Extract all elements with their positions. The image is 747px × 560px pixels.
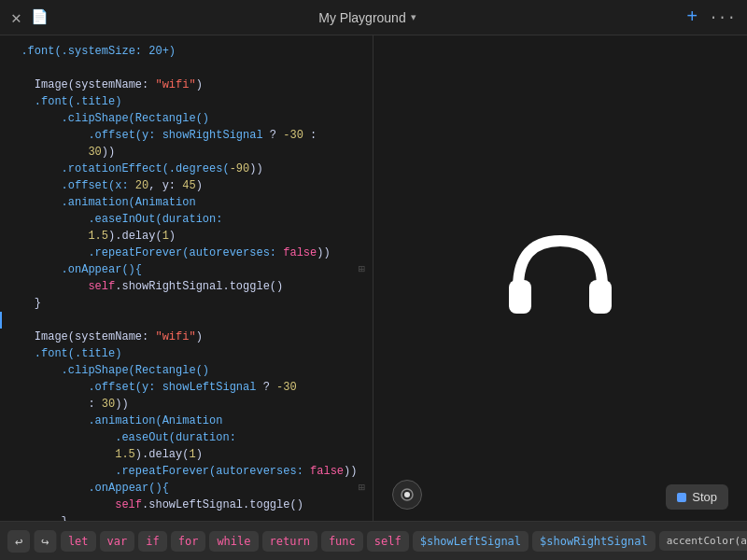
code-line: .offset(x: 20, y: 45) xyxy=(0,177,373,194)
code-line: self.showRightSignal.toggle() xyxy=(0,278,373,295)
code-line: } xyxy=(0,295,373,312)
stop-label: Stop xyxy=(692,490,717,504)
code-line: 30)) xyxy=(0,144,373,161)
for-button[interactable]: for xyxy=(171,531,206,552)
redo-button[interactable]: ↩ xyxy=(34,530,56,553)
self-button[interactable]: self xyxy=(367,531,409,552)
preview-panel: Stop xyxy=(374,35,747,521)
topbar-center[interactable]: My Playground ▾ xyxy=(318,10,416,25)
file-icon[interactable]: 📄 xyxy=(31,8,49,26)
let-button[interactable]: let xyxy=(61,531,96,552)
svg-point-3 xyxy=(404,492,410,497)
code-line: .rotationEffect(.degrees(-90)) xyxy=(0,161,373,177)
code-line: .easeInOut(duration: xyxy=(0,211,373,228)
code-line: .animation(Animation xyxy=(0,413,373,429)
while-button[interactable]: while xyxy=(209,531,258,552)
play-record-button[interactable] xyxy=(392,480,422,510)
showrightsignal-button[interactable]: $showRightSignal xyxy=(532,531,655,552)
code-line: .repeatForever(autoreverses: false)) xyxy=(0,463,373,480)
var-button[interactable]: var xyxy=(100,531,135,552)
accentcolor-button[interactable]: accentColor(accentColor: Color?) xyxy=(659,531,747,551)
chevron-down-icon: ▾ xyxy=(411,11,416,23)
func-button[interactable]: func xyxy=(321,531,363,552)
code-line: .clipShape(Rectangle() xyxy=(0,110,373,127)
if-button[interactable]: if xyxy=(138,531,166,552)
code-line: Image(systemName: "wifi") xyxy=(0,329,373,345)
code-line: .offset(y: showLeftSignal ? -30 xyxy=(0,379,373,396)
code-line: .onAppear(){ ⊞ xyxy=(0,261,373,278)
topbar: ✕ 📄 My Playground ▾ + ··· xyxy=(0,0,747,35)
code-line: : 30)) xyxy=(0,396,373,413)
playground-title: My Playground xyxy=(318,10,405,25)
code-line: Image(systemName: "wifi") xyxy=(0,77,373,93)
topbar-right: + ··· xyxy=(686,7,736,28)
code-line xyxy=(0,60,373,77)
code-line: .offset(y: showRightSignal ? -30 : xyxy=(0,127,373,144)
undo-button[interactable]: ↩ xyxy=(7,530,30,553)
main-area: .font(.systemSize: 20+) Image(systemName… xyxy=(0,35,747,521)
code-line: .clipShape(Rectangle() xyxy=(0,362,373,379)
bottom-toolbar: ↩ ↩ let var if for while return func sel… xyxy=(0,521,747,560)
active-code-line xyxy=(0,312,373,329)
stop-button[interactable]: Stop xyxy=(666,484,728,510)
code-line: .font(.title) xyxy=(0,345,373,362)
code-line: 1.5).delay(1) xyxy=(0,446,373,463)
code-line: .font(.systemSize: 20+) xyxy=(0,43,373,60)
svg-rect-1 xyxy=(589,280,612,314)
code-line: 1.5).delay(1) xyxy=(0,228,373,245)
return-button[interactable]: return xyxy=(262,531,317,552)
close-icon[interactable]: ✕ xyxy=(11,7,21,28)
code-line: .font(.title) xyxy=(0,93,373,110)
code-line: .animation(Animation xyxy=(0,194,373,211)
svg-rect-0 xyxy=(509,280,531,314)
headphones-icon xyxy=(504,231,616,325)
add-icon[interactable]: + xyxy=(686,7,698,28)
code-line: .repeatForever(autoreverses: false)) xyxy=(0,245,373,261)
showleftsignal-button[interactable]: $showLeftSignal xyxy=(413,531,529,552)
code-line: .onAppear(){ ⊞ xyxy=(0,480,373,497)
code-panel[interactable]: .font(.systemSize: 20+) Image(systemName… xyxy=(0,35,374,521)
topbar-left: ✕ 📄 xyxy=(11,7,49,28)
more-icon[interactable]: ··· xyxy=(709,9,736,26)
code-line: self.showLeftSignal.toggle() xyxy=(0,497,373,513)
stop-square-icon xyxy=(677,493,686,502)
code-line: } xyxy=(0,513,373,521)
code-line: .easeOut(duration: xyxy=(0,429,373,446)
